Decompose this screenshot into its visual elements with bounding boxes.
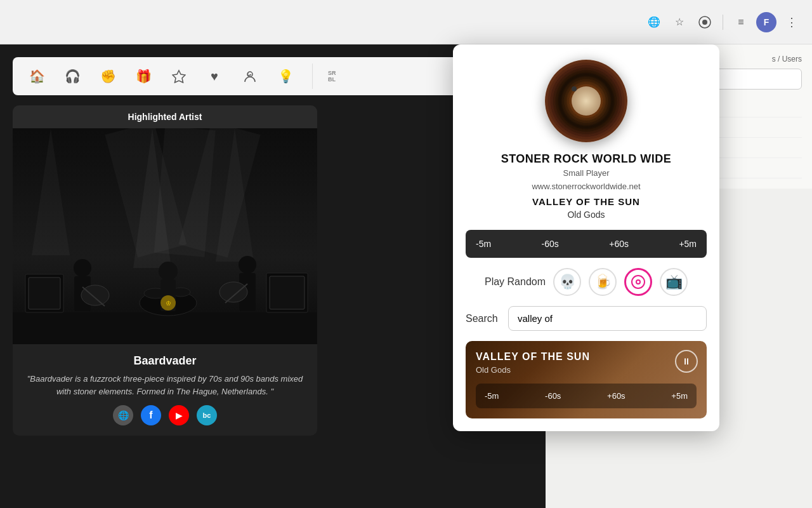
result-seek-plus-5m[interactable]: +5m [662, 386, 697, 406]
play-random-label: Play Random [485, 276, 546, 288]
genre-disc-icon[interactable] [624, 268, 652, 296]
now-playing-title: VALLEY OF THE SUN [466, 196, 707, 207]
svg-text:♔: ♔ [166, 300, 171, 307]
artist-description: "Baardvader is a fuzzrock three-piece in… [25, 373, 304, 398]
seek-plus-60s[interactable]: +60s [599, 232, 639, 255]
menu-button[interactable]: ⋮ [782, 12, 802, 32]
svg-rect-4 [13, 312, 317, 344]
nav-item-bulb[interactable]: 💡 [274, 65, 297, 88]
browser-toolbar: 🌐 ☆ ≡ F ⋮ [644, 12, 802, 32]
gift-icon[interactable]: 🎁 [132, 65, 155, 88]
now-playing-artist: Old Gods [466, 210, 707, 220]
result-artist: Old Gods [476, 365, 697, 375]
result-seek-minus-5m[interactable]: -5m [476, 386, 508, 406]
pause-icon: ⏸ [682, 356, 691, 366]
bandcamp-link[interactable]: bc [197, 405, 217, 425]
website-link[interactable]: 🌐 [113, 405, 133, 425]
svg-marker-5 [32, 128, 70, 255]
seek-minus-60s[interactable]: -60s [532, 232, 569, 255]
artist-card-title: Highlighted Artist [13, 105, 317, 128]
svg-point-17 [239, 256, 256, 274]
nav-item-gift[interactable]: 🎁 [132, 65, 155, 88]
artist-info: Baardvader "Baardvader is a fuzzrock thr… [13, 344, 317, 436]
search-label: Search [466, 313, 501, 324]
pause-button[interactable]: ⏸ [675, 350, 698, 373]
popup-card: STONER ROCK WORLD WIDE Small Player www.… [453, 44, 719, 431]
genre-skull-icon[interactable]: 💀 [553, 268, 581, 296]
result-seek-plus-60s[interactable]: +60s [598, 386, 634, 406]
vinyl-container [466, 60, 707, 142]
svg-point-29 [637, 281, 639, 283]
svg-point-19 [219, 282, 247, 302]
headphones-icon[interactable]: 🎧 [61, 65, 84, 88]
nav-item-headphones[interactable]: 🎧 [61, 65, 84, 88]
artist-links: 🌐 f ▶ bc [25, 405, 304, 425]
genre-tv-icon[interactable]: 📺 [660, 268, 688, 296]
artist-name: Baardvader [25, 354, 304, 368]
band-stage: ♔ [13, 128, 317, 344]
heart-icon[interactable]: ♥ [203, 65, 226, 88]
main-page: 🏠 🎧 ✊ 🎁 ♥ [0, 44, 812, 508]
youtube-link[interactable]: ▶ [169, 405, 189, 425]
station-url[interactable]: www.stonerrockworldwide.net [466, 182, 707, 191]
result-title: VALLEY OF THE SUN [476, 351, 697, 363]
result-card: VALLEY OF THE SUN Old Gods ⏸ -5m -60s +6… [466, 341, 707, 418]
genre-beer-icon[interactable]: 🍺 [589, 268, 617, 296]
fist-icon[interactable]: ✊ [96, 65, 119, 88]
nav-item-fist[interactable]: ✊ [96, 65, 119, 88]
nav-item-home[interactable]: 🏠 [25, 65, 48, 88]
play-random-row: Play Random 💀 🍺 📺 [466, 268, 707, 296]
station-type: Small Player [466, 168, 707, 178]
svg-rect-22 [29, 277, 60, 309]
browser-chrome: 🌐 ☆ ≡ F ⋮ [0, 0, 812, 44]
svg-rect-24 [270, 276, 304, 309]
station-name: STONER ROCK WORLD WIDE [466, 152, 707, 166]
result-seek-minus-60s[interactable]: -60s [536, 386, 570, 406]
user-avatar[interactable]: F [756, 12, 776, 32]
seek-bar: -5m -60s +60s +5m [466, 230, 707, 258]
artist-card: Highlighted Artist [13, 105, 317, 436]
nav-separator [312, 64, 313, 89]
seek-minus-5m[interactable]: -5m [466, 232, 501, 255]
svg-point-15 [81, 285, 109, 305]
nav-item-badge[interactable] [167, 65, 190, 88]
vinyl-record [545, 60, 627, 142]
band-svg: ♔ [13, 128, 317, 344]
svg-point-13 [74, 259, 91, 277]
svg-marker-7 [216, 128, 254, 262]
playlist-button[interactable]: ≡ [731, 12, 751, 32]
disc-svg [631, 274, 646, 290]
face-icon[interactable] [239, 65, 261, 88]
translate-button[interactable]: 🌐 [644, 12, 664, 32]
svg-point-11 [159, 262, 178, 281]
svg-marker-6 [133, 128, 171, 268]
vinyl-center-hole [572, 86, 577, 91]
extension-button[interactable] [695, 12, 715, 32]
svg-point-1 [702, 20, 707, 25]
nav-extra-text: SRBL [328, 70, 336, 83]
badge-icon[interactable] [167, 65, 190, 88]
bookmark-button[interactable]: ☆ [669, 12, 690, 32]
nav-item-extra: SRBL [328, 70, 336, 83]
facebook-link[interactable]: f [141, 405, 161, 425]
bulb-icon[interactable]: 💡 [274, 65, 297, 88]
svg-marker-2 [173, 70, 185, 83]
nav-item-face[interactable] [239, 65, 261, 88]
vinyl-label [572, 86, 601, 116]
nav-item-heart[interactable]: ♥ [203, 65, 226, 88]
separator [723, 15, 723, 30]
search-row: Search [466, 306, 707, 331]
seek-plus-5m[interactable]: +5m [669, 232, 707, 255]
result-seek-bar: -5m -60s +60s +5m [476, 384, 697, 408]
home-icon[interactable]: 🏠 [25, 65, 48, 88]
search-input[interactable] [508, 306, 707, 331]
artist-image: ♔ [13, 128, 317, 344]
